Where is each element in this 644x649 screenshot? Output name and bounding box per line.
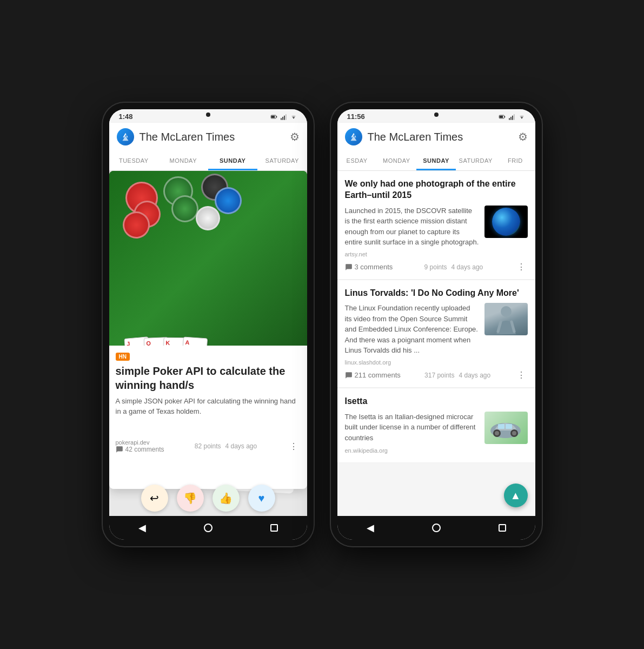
- card-text-content: HN simple Poker API to calculate the win…: [109, 346, 307, 421]
- earth-circle: [492, 208, 520, 236]
- action-buttons: ↩ 👎 👍 ♥: [109, 485, 307, 512]
- app-title-right: The McLaren Times: [368, 131, 513, 143]
- signal-icon-right: [508, 113, 516, 121]
- article-text-2: The Linux Foundation recently uploaded i…: [345, 303, 479, 356]
- app-logo-left: [117, 128, 134, 145]
- article-body-3: The Isetta is an Italian-designed microc…: [345, 412, 528, 444]
- bottom-nav-left: ◀: [109, 516, 307, 540]
- app-header-right: The McLaren Times ⚙: [337, 123, 535, 151]
- comments-link-2[interactable]: 211 comments: [345, 371, 401, 379]
- app-title-left: The McLaren Times: [140, 131, 284, 143]
- mountain-logo-right: [348, 131, 360, 143]
- svg-rect-5: [285, 114, 286, 120]
- hn-badge: HN: [116, 353, 130, 361]
- svg-rect-8: [509, 118, 510, 120]
- tab-friday-right[interactable]: FRID: [495, 151, 535, 170]
- article-source-3: en.wikipedia.org: [345, 447, 528, 454]
- right-screen: 11:56 The McLaren Times ⚙ ESDAY MONDAY S…: [337, 109, 535, 540]
- chip-blue: [215, 187, 242, 214]
- article-item-2[interactable]: Linus Torvalds: 'I Do No Coding Any More…: [337, 280, 535, 388]
- card-main[interactable]: J J Q Q K K: [109, 171, 307, 489]
- scroll-to-top-fab[interactable]: ▲: [504, 484, 528, 507]
- chip-red-3: [123, 211, 150, 239]
- left-phone: 1:48 The McLaren Times ⚙ TUESDAY MONDAY …: [103, 103, 314, 546]
- comments-count-2: 211 comments: [355, 371, 401, 379]
- article-content-right: We only had one photograph of the entire…: [337, 171, 535, 516]
- card-content-left: J J Q Q K K: [109, 171, 307, 516]
- article-item-3[interactable]: Isetta The Isetta is an Italian-designed…: [337, 388, 535, 463]
- gear-button-right[interactable]: ⚙: [518, 130, 528, 143]
- card-source-meta: pokerapi.dev 42 comments: [116, 439, 164, 453]
- article-actions-1: 3 comments 9 points 4 days ago ⋮: [345, 261, 528, 274]
- earth-thumbnail: [484, 206, 528, 238]
- right-phone: 11:56 The McLaren Times ⚙ ESDAY MONDAY S…: [331, 103, 542, 546]
- points-2: 317 points: [424, 372, 454, 379]
- svg-point-12: [501, 306, 512, 317]
- more-button-1[interactable]: ⋮: [515, 261, 528, 274]
- back-button-right[interactable]: ◀: [364, 521, 377, 534]
- card-source: pokerapi.dev: [116, 439, 164, 446]
- tab-saturday-right[interactable]: SATURDAY: [456, 151, 495, 170]
- card-summary: A simple JSON poker API for calculating …: [116, 396, 301, 416]
- dislike-button[interactable]: 👎: [177, 485, 204, 512]
- signal-icon: [280, 113, 288, 121]
- card-stack: J J Q Q K K: [109, 171, 307, 516]
- tab-saturday-left[interactable]: SATURDAY: [257, 151, 307, 170]
- linus-thumbnail: [484, 303, 528, 335]
- tab-sunday-right[interactable]: SUNDAY: [416, 151, 456, 170]
- article-source-2: linux.slashdot.org: [345, 359, 528, 366]
- article-stats-1: 9 points 4 days ago: [424, 263, 483, 271]
- recents-button-left[interactable]: [268, 521, 281, 534]
- back-button-left[interactable]: ◀: [136, 521, 149, 534]
- linus-img: [484, 303, 528, 335]
- points-1: 9 points: [424, 263, 447, 271]
- time-left: 1:48: [119, 112, 133, 121]
- svg-rect-1: [271, 115, 274, 117]
- tab-monday-right[interactable]: MONDAY: [377, 151, 416, 170]
- undo-button[interactable]: ↩: [141, 485, 168, 512]
- svg-rect-7: [499, 115, 502, 117]
- like-button[interactable]: 👍: [213, 485, 240, 512]
- svg-point-17: [495, 431, 499, 435]
- article-title-3: Isetta: [345, 396, 528, 407]
- comments-row: 42 comments: [116, 446, 164, 453]
- comments-link-1[interactable]: 3 comments: [345, 263, 393, 271]
- card-time: 4 days ago: [225, 442, 257, 450]
- wifi-icon: [290, 113, 297, 121]
- tab-tuesday-right[interactable]: ESDAY: [337, 151, 377, 170]
- svg-rect-20: [498, 424, 504, 429]
- card-footer: pokerapi.dev 42 comments 82 points 4 day…: [109, 436, 307, 456]
- comment-icon: [116, 446, 123, 453]
- day-tabs-left: TUESDAY MONDAY SUNDAY SATURDAY: [109, 151, 307, 171]
- article-text-1: Launched in 2015, the DSCOVR satellite i…: [345, 206, 479, 248]
- tab-tuesday-left[interactable]: TUESDAY: [109, 151, 159, 170]
- recents-button-right[interactable]: [496, 521, 509, 534]
- article-item-1[interactable]: We only had one photograph of the entire…: [337, 171, 535, 280]
- card-image: J J Q Q K K: [109, 171, 307, 346]
- comment-icon-2: [345, 372, 353, 379]
- gear-button-left[interactable]: ⚙: [290, 130, 300, 143]
- chip-green-2: [171, 195, 198, 222]
- article-stats-2: 317 points 4 days ago: [424, 372, 490, 379]
- app-logo-right: [345, 128, 362, 145]
- more-button-card[interactable]: ⋮: [287, 440, 300, 453]
- save-button[interactable]: ♥: [248, 485, 275, 512]
- person-silhouette: [495, 304, 517, 334]
- article-thumb-1: [484, 206, 528, 238]
- tab-sunday-left[interactable]: SUNDAY: [208, 151, 258, 170]
- mountain-logo-left: [119, 131, 131, 143]
- svg-rect-21: [506, 424, 512, 429]
- tab-monday-left[interactable]: MONDAY: [158, 151, 208, 170]
- time-2: 4 days ago: [459, 372, 490, 379]
- home-button-left[interactable]: [202, 521, 215, 534]
- camera-right: [434, 112, 439, 117]
- more-button-2[interactable]: ⋮: [515, 369, 528, 382]
- card-points: 82 points: [195, 442, 221, 450]
- card-stats: 82 points 4 days ago: [195, 442, 257, 450]
- comments-count-left: 42 comments: [125, 446, 164, 453]
- svg-rect-2: [281, 118, 282, 120]
- article-body-2: The Linux Foundation recently uploaded i…: [345, 303, 528, 356]
- home-button-right[interactable]: [430, 521, 443, 534]
- article-thumb-3: [484, 412, 528, 444]
- day-tabs-right: ESDAY MONDAY SUNDAY SATURDAY FRID: [337, 151, 535, 171]
